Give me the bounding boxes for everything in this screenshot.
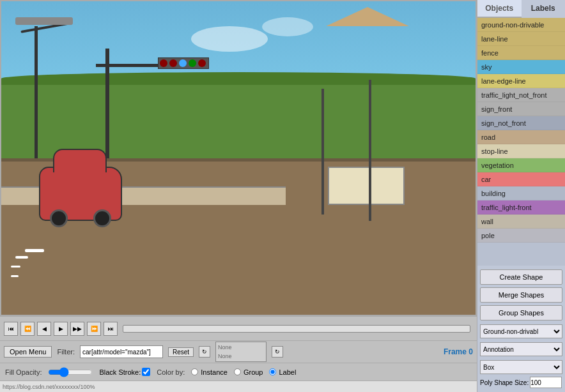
tl-dot-red2 bbox=[198, 59, 206, 67]
filter-input[interactable] bbox=[80, 345, 163, 358]
label-item-9[interactable]: road bbox=[477, 130, 565, 144]
color-instance-option[interactable]: Instance bbox=[191, 368, 228, 376]
reset-button[interactable]: Reset bbox=[168, 347, 194, 357]
open-menu-button[interactable]: Open Menu bbox=[4, 346, 52, 358]
left-panel: ⏮ ⏪ ◀ ▶ ▶▶ ⏩ ⏭ Open Menu Filter: Reset ↻… bbox=[0, 0, 477, 392]
tl-dot-green bbox=[189, 59, 196, 67]
color-label-option[interactable]: Label bbox=[269, 368, 296, 376]
name-row-2: None bbox=[218, 352, 264, 361]
label-item-16[interactable]: pole bbox=[477, 229, 565, 243]
url-text: https://blog.csdn.net/xxxxxxxx/100% bbox=[3, 384, 95, 390]
label-item-10[interactable]: stop-line bbox=[477, 144, 565, 158]
options-bar: Fill Opacity: Black Stroke: Color by: In… bbox=[0, 363, 477, 381]
label-item-13[interactable]: building bbox=[477, 186, 565, 200]
traffic-box bbox=[158, 57, 209, 69]
road-dash-3 bbox=[11, 266, 20, 268]
tl-dot-yellow bbox=[169, 59, 177, 67]
shape-dropdown[interactable]: BoxPolygonPointsPolyline bbox=[480, 360, 562, 374]
color-label-radio[interactable] bbox=[269, 368, 276, 375]
color-group-option[interactable]: Group bbox=[234, 368, 263, 376]
labels-list: ground-non-drivablelane-linefenceskylane… bbox=[477, 18, 565, 266]
road-dash-2 bbox=[15, 256, 28, 259]
label-item-1[interactable]: ground-non-drivable bbox=[477, 18, 565, 32]
right-buttons: Create Shape Merge Shapes Group Shapes G… bbox=[477, 266, 565, 392]
black-stroke-label: Black Stroke: bbox=[99, 368, 150, 376]
label-item-11[interactable]: vegetation bbox=[477, 158, 565, 172]
forward-fast-button[interactable]: ⏩ bbox=[87, 322, 101, 336]
filter-label: Filter: bbox=[57, 348, 75, 356]
group-shapes-button[interactable]: Group Shapes bbox=[480, 305, 562, 320]
label-dropdown[interactable]: Ground-non-drivabllane-linefencesky bbox=[480, 324, 562, 338]
building-roof bbox=[326, 7, 409, 26]
label-item-4[interactable]: sky bbox=[477, 60, 565, 74]
label-item-15[interactable]: wall bbox=[477, 215, 565, 229]
black-stroke-checkbox[interactable] bbox=[142, 368, 150, 376]
rewind-fast-button[interactable]: ⏪ bbox=[20, 322, 35, 336]
merge-shapes-button[interactable]: Merge Shapes bbox=[480, 287, 562, 303]
name-row-1: None bbox=[218, 343, 264, 352]
annotation-dropdown-row: AnnotationTag bbox=[480, 342, 562, 356]
right-tabs: Objects Labels bbox=[477, 0, 565, 18]
car-wheel-front bbox=[50, 209, 68, 227]
playback-bar: ⏮ ⏪ ◀ ▶ ▶▶ ⏩ ⏭ bbox=[0, 316, 477, 340]
fill-opacity-label: Fill Opacity: bbox=[5, 368, 42, 376]
tl-dot-red bbox=[160, 59, 167, 67]
play-button[interactable]: ▶ bbox=[54, 322, 68, 336]
label-item-8[interactable]: sign_not_front bbox=[477, 116, 565, 130]
name-refresh-button[interactable]: ↻ bbox=[272, 346, 283, 358]
name-display-box: None None bbox=[215, 342, 267, 362]
car-wheel-rear bbox=[93, 209, 111, 227]
play-to-end-button[interactable]: ⏭ bbox=[104, 322, 118, 336]
frame-label: Frame 0 bbox=[444, 347, 473, 356]
label-item-2[interactable]: lane-line bbox=[477, 32, 565, 46]
label-item-7[interactable]: sign_front bbox=[477, 102, 565, 116]
label-item-6[interactable]: traffic_light_not_front bbox=[477, 88, 565, 102]
cloud1 bbox=[191, 26, 268, 52]
refresh-button[interactable]: ↻ bbox=[199, 346, 210, 358]
label-item-5[interactable]: lane-edge-line bbox=[477, 74, 565, 88]
color-group-radio[interactable] bbox=[234, 368, 241, 375]
tab-objects[interactable]: Objects bbox=[477, 0, 522, 18]
tab-labels[interactable]: Labels bbox=[522, 0, 566, 18]
tl-dot-blue bbox=[179, 59, 187, 67]
progress-track[interactable] bbox=[123, 325, 470, 333]
label-item-12[interactable]: car bbox=[477, 172, 565, 186]
shape-dropdown-row: BoxPolygonPointsPolyline bbox=[480, 360, 562, 374]
road-dash-4 bbox=[11, 275, 19, 277]
color-by-label: Color by: bbox=[157, 368, 185, 376]
poly-size-input[interactable] bbox=[530, 377, 562, 388]
main-container: ⏮ ⏪ ◀ ▶ ▶▶ ⏩ ⏭ Open Menu Filter: Reset ↻… bbox=[0, 0, 565, 392]
building bbox=[328, 167, 405, 205]
label-dropdown-row: Ground-non-drivabllane-linefencesky bbox=[480, 324, 562, 338]
rewind-button[interactable]: ◀ bbox=[37, 322, 51, 336]
label-item-14[interactable]: traffic_light-front bbox=[477, 200, 565, 215]
color-instance-radio[interactable] bbox=[191, 368, 198, 375]
sign-pole-2 bbox=[369, 80, 371, 221]
label-item-3[interactable]: fence bbox=[477, 46, 565, 60]
lamp-head bbox=[15, 17, 73, 25]
url-bar: https://blog.csdn.net/xxxxxxxx/100% bbox=[0, 381, 477, 392]
car bbox=[39, 167, 122, 221]
opacity-slider[interactable] bbox=[48, 369, 93, 375]
poly-size-row: Poly Shape Size: bbox=[480, 377, 562, 388]
play-to-start-button[interactable]: ⏮ bbox=[4, 322, 18, 336]
canvas-area[interactable] bbox=[0, 0, 477, 316]
annotation-dropdown[interactable]: AnnotationTag bbox=[480, 342, 562, 356]
forward-button[interactable]: ▶▶ bbox=[70, 322, 84, 336]
right-panel: Objects Labels ground-non-drivablelane-l… bbox=[477, 0, 565, 392]
controls-bar: Open Menu Filter: Reset ↻ None None ↻ Fr… bbox=[0, 340, 477, 363]
create-shape-button[interactable]: Create Shape bbox=[480, 269, 562, 285]
road-dash-1 bbox=[25, 249, 44, 252]
sign-pole-1 bbox=[321, 89, 324, 214]
cloud2 bbox=[262, 17, 313, 36]
poly-size-label: Poly Shape Size: bbox=[480, 379, 529, 386]
